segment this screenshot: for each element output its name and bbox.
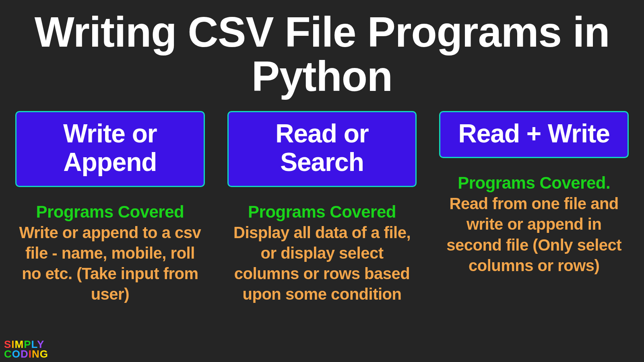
- column-1: Write or Append Programs Covered Write o…: [15, 111, 205, 305]
- subhead-3: Programs Covered.: [458, 173, 610, 193]
- desc-1: Write or append to a csv file - name, mo…: [15, 222, 205, 305]
- columns-container: Write or Append Programs Covered Write o…: [0, 107, 644, 305]
- brand-logo: SIMPLY CODING: [4, 340, 48, 359]
- column-2: Read or Search Programs Covered Display …: [227, 111, 417, 305]
- desc-2: Display all data of a file, or display s…: [227, 222, 417, 305]
- slide-title: Writing CSV File Programs in Python: [0, 0, 644, 107]
- card-read-write: Read + Write: [439, 111, 629, 158]
- subhead-1: Programs Covered: [36, 202, 184, 222]
- card-write-append: Write or Append: [15, 111, 205, 187]
- column-3: Read + Write Programs Covered. Read from…: [439, 111, 629, 305]
- subhead-2: Programs Covered: [248, 202, 396, 222]
- card-read-search: Read or Search: [227, 111, 417, 187]
- desc-3: Read from one file and write or append i…: [439, 193, 629, 276]
